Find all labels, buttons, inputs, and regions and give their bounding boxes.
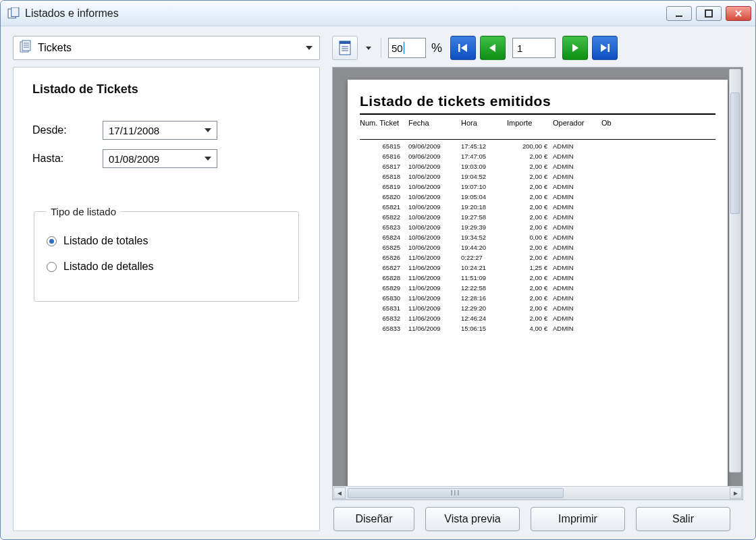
- hasta-label: Hasta:: [32, 153, 86, 165]
- svg-rect-14: [458, 44, 460, 52]
- window-title: Listados e informes: [25, 7, 119, 20]
- column-header: Hora: [461, 119, 507, 127]
- table-row: 6582611/06/20090:22:272,00 €ADMIN: [360, 252, 716, 263]
- radio-detalles[interactable]: Listado de detalles: [47, 261, 286, 273]
- column-header: Fecha: [408, 119, 461, 127]
- view-mode-dropdown[interactable]: [362, 36, 374, 60]
- table-row: 6581609/06/200917:47:052,00 €ADMIN: [360, 151, 716, 161]
- scroll-left-button[interactable]: ◄: [333, 487, 346, 499]
- report-type-dropdown[interactable]: Tickets: [13, 36, 320, 60]
- exit-button[interactable]: Salir: [636, 507, 730, 531]
- desde-date-dropdown[interactable]: 17/11/2008: [103, 121, 217, 140]
- table-row: 6582911/06/200912:22:582,00 €ADMIN: [360, 283, 716, 293]
- column-header: Ob: [601, 119, 614, 127]
- svg-marker-15: [461, 44, 467, 52]
- table-row: 6582310/06/200919:29:392,00 €ADMIN: [360, 222, 716, 232]
- radio-totales[interactable]: Listado de totales: [47, 235, 286, 247]
- svg-rect-2: [676, 16, 682, 17]
- desde-label: Desde:: [32, 124, 86, 136]
- table-row: 6582110/06/200919:20:182,00 €ADMIN: [360, 202, 716, 212]
- vertical-scrollbar[interactable]: [729, 69, 741, 473]
- table-row: 6581509/06/200917:45:12200,00 €ADMIN: [360, 141, 716, 151]
- minimize-button[interactable]: [666, 6, 692, 21]
- titlebar: Listados e informes: [1, 1, 755, 26]
- table-row: 6583311/06/200915:06:154,00 €ADMIN: [360, 323, 716, 333]
- svg-marker-17: [572, 44, 578, 52]
- chevron-down-icon: [205, 157, 211, 161]
- zoom-percent-label: %: [431, 41, 442, 55]
- column-header: Importe: [507, 119, 553, 127]
- svg-rect-19: [608, 44, 610, 52]
- filters-panel: Listado de Tickets Desde: 17/11/2008 Has…: [13, 67, 320, 531]
- preview-toolbar: 50 % 1: [332, 36, 618, 60]
- table-row: 6581710/06/200919:03:092,00 €ADMIN: [360, 161, 716, 171]
- table-row: 6582210/06/200919:27:582,00 €ADMIN: [360, 212, 716, 222]
- scroll-thumb[interactable]: [730, 92, 740, 214]
- app-icon: [7, 7, 20, 20]
- hasta-date-dropdown[interactable]: 01/08/2009: [103, 149, 217, 168]
- report-title: Listado de tickets emitidos: [360, 93, 716, 109]
- report-column-headers: Num. TicketFechaHoraImporteOperadorOb: [360, 116, 716, 130]
- table-row: 6583211/06/200912:46:242,00 €ADMIN: [360, 313, 716, 323]
- horizontal-scrollbar[interactable]: ◄ III ►: [333, 486, 742, 500]
- svg-marker-16: [489, 44, 495, 52]
- previous-page-button[interactable]: [480, 36, 506, 60]
- preview-button[interactable]: Vista previa: [425, 507, 520, 531]
- radio-icon: [47, 262, 57, 272]
- tipo-listado-group: Tipo de listado Listado de totales Lista…: [34, 206, 299, 302]
- chevron-down-icon: [205, 128, 211, 132]
- preview-viewport[interactable]: Listado de tickets emitidos Num. TicketF…: [333, 68, 742, 486]
- page-number-input[interactable]: 1: [512, 38, 556, 58]
- svg-marker-18: [601, 44, 607, 52]
- report-icon: [19, 40, 32, 56]
- separator: [381, 38, 381, 58]
- app-window: Listados e informes Tickets: [0, 0, 756, 540]
- table-row: 6581810/06/200919:04:522,00 €ADMIN: [360, 171, 716, 182]
- chevron-down-icon: [366, 47, 371, 50]
- svg-rect-1: [11, 7, 19, 17]
- scroll-right-button[interactable]: ►: [730, 487, 742, 499]
- report-page: Listado de tickets emitidos Num. TicketF…: [348, 80, 728, 486]
- first-page-button[interactable]: [450, 36, 476, 60]
- last-page-button[interactable]: [592, 36, 618, 60]
- close-button[interactable]: [726, 6, 751, 21]
- svg-rect-3: [705, 10, 712, 17]
- column-header: Num. Ticket: [360, 119, 408, 127]
- panel-heading: Listado de Tickets: [32, 82, 300, 97]
- column-header: Operador: [553, 119, 601, 127]
- report-type-value: Tickets: [38, 42, 72, 54]
- chevron-down-icon: [306, 46, 313, 50]
- table-row: 6582010/06/200919:05:042,00 €ADMIN: [360, 192, 716, 202]
- table-row: 6582711/06/200910:24:211,25 €ADMIN: [360, 263, 716, 273]
- table-row: 6582811/06/200911:51:092,00 €ADMIN: [360, 273, 716, 283]
- design-button[interactable]: Diseñar: [333, 507, 414, 531]
- table-row: 6582510/06/200919:44:202,00 €ADMIN: [360, 242, 716, 252]
- tipo-listado-legend: Tipo de listado: [47, 206, 120, 217]
- print-button[interactable]: Imprimir: [531, 507, 625, 531]
- scroll-thumb[interactable]: III: [348, 488, 564, 498]
- maximize-button[interactable]: [696, 6, 722, 21]
- svg-rect-10: [340, 41, 350, 44]
- zoom-input[interactable]: 50: [388, 38, 426, 58]
- radio-icon: [47, 236, 57, 246]
- table-row: 6583011/06/200912:28:162,00 €ADMIN: [360, 293, 716, 303]
- next-page-button[interactable]: [562, 36, 588, 60]
- table-row: 6581910/06/200919:07:102,00 €ADMIN: [360, 182, 716, 192]
- view-mode-button[interactable]: [332, 36, 358, 60]
- report-preview-pane: Listado de tickets emitidos Num. TicketF…: [332, 67, 743, 500]
- table-row: 6583111/06/200912:29:202,00 €ADMIN: [360, 303, 716, 313]
- action-button-bar: Diseñar Vista previa Imprimir Salir: [332, 507, 743, 531]
- table-row: 6582410/06/200919:34:520,00 €ADMIN: [360, 232, 716, 242]
